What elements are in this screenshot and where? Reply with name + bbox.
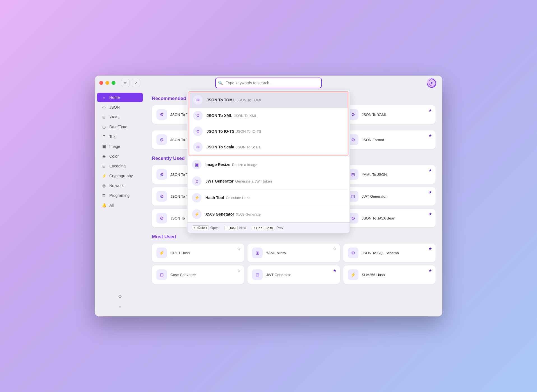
sidebar-label-network: Network <box>109 183 124 188</box>
programming-icon: ⊡ <box>101 193 107 198</box>
dropdown-item-name: X509 Genetator <box>205 212 234 216</box>
sidebar-item-home[interactable]: ⌂ Home <box>97 93 143 102</box>
recent-card-yaml-json[interactable]: ⊞ YAML To JSON ★ <box>343 165 436 184</box>
card-icon: ⚙ <box>156 134 167 145</box>
titlebar-action-icons: ✏ ↗ <box>121 79 140 87</box>
sidebar-item-datetime[interactable]: ◷ Date/Time <box>97 122 143 132</box>
dropdown-item-text: Image Resize Resize a Image <box>205 162 257 167</box>
star-icon: ★ <box>429 246 432 251</box>
sidebar-item-network[interactable]: ◎ Network <box>97 181 143 190</box>
encoding-icon: ⊟ <box>101 164 107 168</box>
recent-card-jwt[interactable]: ⊡ JWT Generator ★ <box>343 187 436 206</box>
sidebar-item-json[interactable]: { } JSON <box>97 102 143 112</box>
dropdown-item-icon: ⚙ <box>193 95 203 105</box>
most-card-crc1[interactable]: ⚡ CRC1 Hash ☆ <box>152 244 244 262</box>
edit-button[interactable]: ✏ <box>121 79 129 87</box>
sidebar-item-image[interactable]: ▣ Image <box>97 142 143 151</box>
card-label: Case Converter <box>170 273 196 277</box>
dropdown-item-desc: JSON To XML <box>234 114 257 118</box>
sidebar-item-programming[interactable]: ⊡ Programing <box>97 191 143 200</box>
settings-button[interactable]: ⚙ <box>99 291 141 301</box>
dropdown-item-name: JSON To TOML <box>207 98 235 102</box>
card-label: YAML Minify <box>266 251 286 255</box>
minimize-button[interactable] <box>105 81 109 85</box>
most-card-sha256[interactable]: ⚡ SHA256 Hash ★ <box>343 265 436 284</box>
sidebar-item-encoding[interactable]: ⊟ Encoding <box>97 161 143 171</box>
logo-icon <box>426 77 437 88</box>
recent-card-java-bean[interactable]: ⚙ JSON To JAVA Bean ★ <box>343 209 436 227</box>
card-icon: ⚙ <box>348 248 358 258</box>
dropdown-item-desc: JSON To Scala <box>236 145 261 149</box>
most-card-jwt[interactable]: ⊡ JWT Generator ★ <box>247 265 340 284</box>
sidebar-item-cryptography[interactable]: ⚡ Cryptography <box>97 171 143 181</box>
dropdown-item-icon: ⚙ <box>193 111 203 120</box>
edit-icon: ✏ <box>124 81 127 85</box>
cryptography-icon: ⚡ <box>101 174 107 178</box>
menu-button[interactable]: ≡ <box>99 302 141 312</box>
dropdown-item-desc: Resize a Image <box>232 163 257 167</box>
sidebar-item-all[interactable]: 🔔 All <box>97 200 143 210</box>
dropdown-item-hash-tool[interactable]: ⚡ Hash Tool Calculate Hash <box>188 190 349 206</box>
share-button[interactable]: ↗ <box>132 79 140 87</box>
dropdown-item-image-resize[interactable]: ▣ Image Resize Resize a Image <box>188 157 349 173</box>
dropdown-item-jwt-gen[interactable]: ⊡ JWT Generator Generate a JWT token <box>188 173 349 190</box>
most-card-case-converter[interactable]: ⊡ Case Converter ☆ <box>152 265 244 284</box>
sidebar-label-color: Color <box>109 154 119 158</box>
dropdown-item-json-xml[interactable]: ⚙ JSON To XML JSON To XML <box>189 108 348 123</box>
sidebar-item-color[interactable]: ◉ Color <box>97 151 143 161</box>
app-logo <box>425 77 438 89</box>
sidebar-item-yaml[interactable]: ⊞ YAML <box>97 112 143 122</box>
dropdown-item-desc: JSON To IO-TS <box>236 129 261 134</box>
star-outline-icon: ☆ <box>237 268 241 273</box>
card-icon: ⚡ <box>348 269 358 280</box>
card-icon: ⊞ <box>252 248 263 258</box>
card-label: JWT Generator <box>362 194 387 199</box>
network-icon: ◎ <box>101 183 107 188</box>
maximize-button[interactable] <box>112 81 115 85</box>
footer-label-prev: Prev <box>277 226 284 230</box>
star-icon: ★ <box>429 108 432 113</box>
star-icon: ★ <box>429 190 432 194</box>
sidebar-label-all: All <box>109 203 114 207</box>
search-icon: 🔍 <box>218 81 223 85</box>
card-label: SHA256 Hash <box>362 273 385 277</box>
dropdown-item-x509[interactable]: ⚡ X509 Genetator X509 Generate <box>188 206 349 222</box>
dropdown-item-text: JSON To IO-TS JSON To IO-TS <box>207 129 261 134</box>
recommended-card-1[interactable]: ⚙ JSON To YAML ★ <box>343 105 436 124</box>
all-icon: 🔔 <box>101 203 107 207</box>
dropdown-item-name: JWT Generator <box>205 179 233 183</box>
share-icon: ↗ <box>135 81 137 85</box>
sidebar-label-home: Home <box>109 95 120 100</box>
most-card-json-sql[interactable]: ⚙ JSON To SQL Schema ★ <box>343 244 436 262</box>
dropdown-item-json-toml[interactable]: ⚙ JSON To TOML JSON To TOML <box>189 92 348 108</box>
dropdown-item-desc: JSON To TOML <box>237 98 262 102</box>
card-icon: ⚙ <box>156 109 167 120</box>
rec-card-json-format[interactable]: ⚙ JSON Format ★ <box>343 130 436 149</box>
close-button[interactable] <box>99 81 103 85</box>
star-icon: ★ <box>333 268 337 273</box>
dropdown-item-json-iots[interactable]: ⚙ JSON To IO-TS JSON To IO-TS <box>189 123 348 139</box>
dropdown-item-json-scala[interactable]: ⚙ JSON To Scala JSON To Scala <box>189 139 348 155</box>
card-icon: ⚙ <box>156 169 167 180</box>
star-outline-icon: ☆ <box>237 246 241 251</box>
dropdown-item-text: Hash Tool Calculate Hash <box>205 195 251 200</box>
card-icon: ⚙ <box>156 191 167 202</box>
search-dropdown: ⚙ JSON To TOML JSON To TOML ⚙ JSON To XM… <box>187 90 350 233</box>
traffic-lights <box>99 81 115 85</box>
card-icon: ⊡ <box>156 269 167 280</box>
home-icon: ⌂ <box>101 95 107 100</box>
dropdown-item-name: Image Resize <box>205 162 230 167</box>
app-window: ✏ ↗ 🔍 ⚙ <box>95 76 442 316</box>
card-label: JWT Generator <box>266 273 291 277</box>
color-icon: ◉ <box>101 154 107 158</box>
card-label: CRC1 Hash <box>170 251 190 255</box>
dropdown-item-name: JSON To IO-TS <box>207 129 234 134</box>
dropdown-item-icon: ⊡ <box>192 176 202 186</box>
sidebar-item-text[interactable]: T Text <box>97 132 143 141</box>
sidebar-label-yaml: YAML <box>109 115 120 119</box>
star-icon: ★ <box>429 268 432 273</box>
search-input[interactable] <box>215 78 322 88</box>
footer-label-open: Open <box>210 226 219 230</box>
json-icon: { } <box>101 106 107 109</box>
most-card-yaml-minify[interactable]: ⊞ YAML Minify ☆ <box>247 244 340 262</box>
